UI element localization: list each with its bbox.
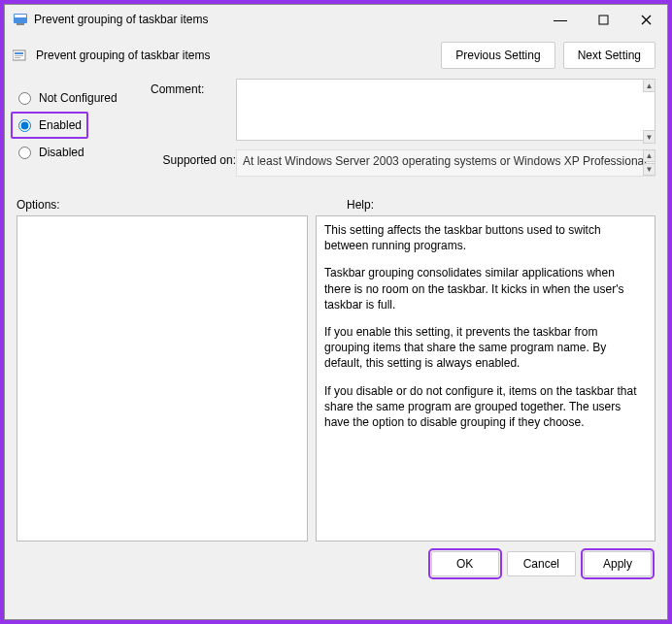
comment-wrap: ▲ ▼ [236,79,655,144]
previous-setting-button[interactable]: Previous Setting [441,42,554,69]
supported-scroll-up-icon[interactable]: ▲ [643,149,655,162]
footer: OK Cancel Apply [5,542,667,586]
svg-rect-2 [17,23,24,25]
comment-scroll-up-icon[interactable]: ▲ [643,79,655,92]
supported-row: Supported on: At least Windows Server 20… [151,149,655,177]
help-label: Help: [347,198,374,212]
comment-input[interactable] [236,79,655,141]
svg-rect-9 [15,57,20,58]
supported-wrap: At least Windows Server 2003 operating s… [236,149,655,177]
radio-enabled-label: Enabled [39,118,82,132]
config-area: Not Configured Enabled Disabled Comment:… [5,75,667,186]
apply-button[interactable]: Apply [584,551,652,576]
panes: This setting affects the taskbar buttons… [5,215,667,542]
ok-button[interactable]: OK [431,551,499,576]
radio-disabled-label: Disabled [39,146,84,159]
state-radio-group: Not Configured Enabled Disabled [15,79,151,182]
cancel-button[interactable]: Cancel [507,551,576,576]
supported-value: At least Windows Server 2003 operating s… [236,149,655,177]
radio-disabled-input[interactable] [18,147,31,159]
help-paragraph: Taskbar grouping consolidates similar ap… [324,265,637,312]
options-label: Options: [17,198,347,212]
comment-row: Comment: ▲ ▼ [151,79,655,144]
help-scroll-up-icon[interactable]: ▲ [655,216,655,230]
radio-enabled-input[interactable] [18,119,31,132]
svg-rect-7 [15,52,23,54]
close-button[interactable] [624,6,667,33]
header: Prevent grouping of taskbar items Previo… [5,34,667,75]
supported-scroll-down-icon[interactable]: ▼ [643,163,655,176]
section-labels: Options: Help: [5,186,667,215]
window-title: Prevent grouping of taskbar items [34,13,539,26]
radio-not-configured-label: Not Configured [39,91,118,105]
policy-name: Prevent grouping of taskbar items [36,49,433,62]
radio-enabled[interactable]: Enabled [11,112,88,139]
svg-rect-1 [15,15,26,17]
radio-not-configured[interactable]: Not Configured [15,84,151,112]
next-setting-button[interactable]: Next Setting [563,42,655,69]
radio-disabled[interactable]: Disabled [15,139,151,166]
fields-column: Comment: ▲ ▼ Supported on: At least Wind… [151,79,655,182]
supported-label: Supported on: [151,149,236,167]
svg-rect-8 [15,55,23,56]
help-paragraph: If you enable this setting, it prevents … [324,324,637,372]
comment-scroll-down-icon[interactable]: ▼ [643,130,655,144]
help-paragraph: If you disable or do not configure it, i… [324,383,637,431]
options-pane [17,215,308,542]
policy-item-icon [13,48,28,63]
dialog-window: Prevent grouping of taskbar items — Prev… [4,4,668,620]
titlebar: Prevent grouping of taskbar items — [5,5,667,34]
radio-not-configured-input[interactable] [18,92,31,105]
help-pane: This setting affects the taskbar buttons… [316,215,655,542]
maximize-button[interactable] [582,6,624,33]
help-paragraph: This setting affects the taskbar buttons… [324,222,637,253]
comment-label: Comment: [151,79,236,96]
policy-icon [13,12,28,27]
minimize-button[interactable]: — [539,6,582,33]
help-scroll-down-icon[interactable]: ▼ [655,527,655,541]
svg-rect-3 [599,16,608,24]
